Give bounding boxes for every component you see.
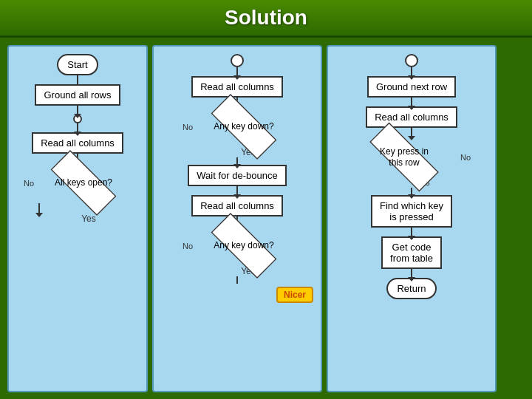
header: Solution: [0, 0, 532, 38]
arrow-m3: [236, 157, 238, 165]
arrow-m6: [236, 276, 238, 284]
arrow-r5: [411, 228, 412, 236]
page-title: Solution: [225, 6, 307, 29]
connector-circle-mid-top: [231, 54, 244, 67]
mid-column: Read all columns No Any key down? Yes Wa…: [152, 45, 322, 392]
no-label-left: No: [24, 179, 34, 188]
yes-label-left: Yes: [81, 214, 96, 224]
key-press-row: Key press in this row No: [352, 137, 471, 177]
any-key-row-1: No Any key down?: [183, 106, 292, 147]
all-keys-row: No All keys open?: [24, 163, 132, 203]
any-key-row-2: No Any key down?: [183, 225, 292, 266]
arrow-5: [38, 203, 40, 214]
get-code-from-table: Get code from table: [381, 236, 442, 269]
main-area: Start Ground all rows Read all columns N…: [0, 38, 532, 399]
arrow-r3: [411, 128, 412, 137]
nicer-logo: Nicer: [276, 287, 313, 303]
any-key-down-diamond-1: Any key down?: [196, 106, 292, 147]
key-press-diamond: Key press in this row: [352, 137, 456, 177]
arrow-r6: [411, 269, 412, 278]
left-column: Start Ground all rows Read all columns N…: [7, 45, 148, 392]
arrow-r4: [411, 188, 412, 195]
connector-circle-right-top: [405, 54, 418, 67]
ground-all-rows: Ground all rows: [35, 84, 120, 106]
arrow-r1: [411, 67, 412, 76]
arrow-2: [77, 106, 78, 115]
no-label-mid1: No: [183, 123, 193, 132]
arrow-m4: [236, 186, 238, 195]
start-shape: Start: [57, 54, 98, 75]
yes-row: Yes: [81, 214, 96, 224]
no-label-right: No: [460, 153, 471, 162]
arrow-3: [77, 123, 78, 132]
all-keys-open-diamond: All keys open?: [35, 163, 132, 203]
right-column: Ground next row Read all columns Key pre…: [327, 45, 497, 392]
any-key-down-diamond-2: Any key down?: [196, 225, 292, 266]
find-which-key: Find which key is pressed: [371, 195, 452, 228]
arrow-1: [77, 75, 78, 84]
arrow-m1: [236, 67, 238, 76]
no-label-mid2: No: [183, 242, 193, 250]
arrow-r2: [411, 98, 412, 106]
